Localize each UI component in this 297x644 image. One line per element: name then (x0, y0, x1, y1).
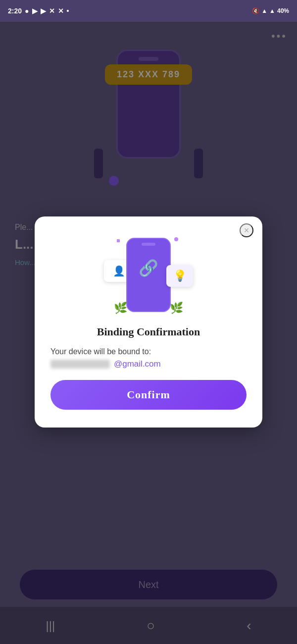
signal-lte2-icon: ▲ (269, 7, 275, 14)
card-float-right: 💡 (166, 265, 193, 287)
dot-icon: • (67, 7, 69, 15)
email-suffix: @gmail.com (114, 359, 161, 369)
time-display: 2:20 (8, 7, 22, 15)
mute-icon: 🔇 (252, 7, 259, 14)
chain-link-icon: 🔗 (139, 259, 158, 277)
status-bar-right: 🔇 ▲ ▲ 40% (252, 7, 289, 14)
x-icon: ✕ (49, 7, 55, 15)
binding-confirmation-modal: × 👤 🔗 💡 🌿 🌿 Binding Confirmation (35, 216, 262, 428)
id-card-icon: 👤 (113, 265, 125, 277)
modal-phone-body: 🔗 (126, 238, 171, 312)
status-bar: 2:20 ● ▶ ▶ ✕ ✕ • 🔇 ▲ ▲ 40% (0, 0, 297, 22)
lightbulb-icon: 💡 (173, 269, 187, 282)
email-row: @gmail.com (50, 359, 247, 369)
leaf-left-icon: 🌿 (114, 302, 127, 315)
email-blurred-part (50, 360, 110, 369)
battery-display: 40% (277, 7, 289, 14)
dot1 (117, 239, 120, 242)
x2-icon: ✕ (58, 7, 64, 15)
modal-title: Binding Confirmation (50, 325, 247, 338)
signal-lte1-icon: ▲ (261, 7, 267, 14)
modal-close-button[interactable]: × (240, 223, 253, 237)
modal-phone-wrap: 👤 🔗 💡 🌿 🌿 (109, 235, 188, 315)
youtube-icon: ▶ (32, 7, 38, 15)
whatsapp-icon: ● (25, 7, 29, 15)
youtube2-icon: ▶ (41, 7, 46, 15)
dot2 (174, 237, 178, 241)
confirm-button[interactable]: Confirm (50, 380, 247, 410)
status-bar-left: 2:20 ● ▶ ▶ ✕ ✕ • (8, 7, 69, 15)
modal-body-text: Your device will be bound to: (50, 347, 247, 356)
leaf-right-icon: 🌿 (170, 302, 183, 315)
modal-illustration: 👤 🔗 💡 🌿 🌿 (50, 235, 247, 315)
